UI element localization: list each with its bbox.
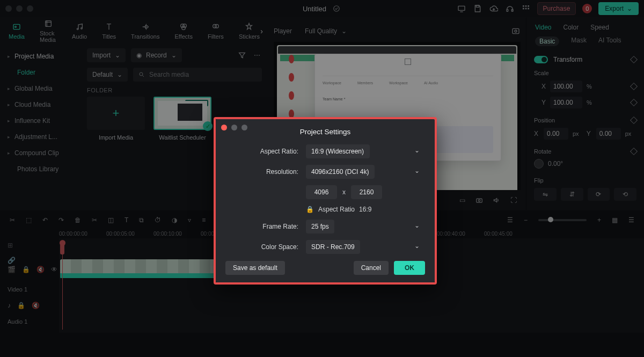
sidebar-adjustment-layer[interactable]: ▸Adjustment L... bbox=[2, 129, 78, 145]
display-toggle-icon[interactable]: ▭ bbox=[457, 195, 467, 205]
text-tool-icon[interactable]: T bbox=[125, 216, 128, 224]
record-dropdown[interactable]: ◉Record⌄ bbox=[131, 48, 182, 62]
select-tool-icon[interactable]: ✂ bbox=[10, 216, 15, 224]
import-dropdown[interactable]: Import⌄ bbox=[87, 48, 126, 62]
prop-sub-basic[interactable]: Basic bbox=[535, 37, 559, 46]
transform-toggle[interactable] bbox=[534, 56, 548, 63]
tab-titles[interactable]: Titles bbox=[102, 23, 116, 40]
ok-button[interactable]: OK bbox=[394, 261, 425, 275]
sidebar-global-media[interactable]: ▸Global Media bbox=[2, 81, 78, 97]
speed-icon[interactable]: ⏱ bbox=[155, 216, 161, 224]
width-input[interactable] bbox=[306, 185, 337, 199]
flip-h-button[interactable]: ⇋ bbox=[534, 188, 557, 201]
tab-filters[interactable]: Filters bbox=[208, 23, 224, 40]
headphones-icon[interactable] bbox=[505, 4, 515, 13]
tab-media[interactable]: Media bbox=[9, 23, 25, 40]
keyframe-diamond-icon[interactable] bbox=[630, 56, 638, 63]
sort-dropdown[interactable]: Default⌄ bbox=[87, 68, 128, 82]
volume-icon[interactable] bbox=[492, 195, 501, 205]
media-sidebar: ▸Project Media Folder ▸Global Media ▸Clo… bbox=[0, 45, 80, 210]
rotate-ccw-button[interactable]: ⟲ bbox=[614, 188, 636, 201]
delete-icon[interactable]: 🗑 bbox=[75, 216, 81, 224]
notification-badge[interactable]: 0 bbox=[582, 4, 592, 13]
sidebar-photos-library[interactable]: Photos Library bbox=[2, 161, 78, 177]
pointer-tool-icon[interactable]: ⬚ bbox=[26, 216, 32, 224]
tab-stock-media[interactable]: Stock Media bbox=[40, 19, 57, 43]
prop-tab-color[interactable]: Color bbox=[563, 24, 579, 31]
cancel-button[interactable]: Cancel bbox=[354, 261, 389, 275]
tab-effects[interactable]: Effects bbox=[174, 23, 192, 40]
prop-tab-speed[interactable]: Speed bbox=[590, 24, 609, 31]
lock-icon[interactable]: 🔒 bbox=[17, 302, 25, 309]
tab-audio[interactable]: Audio bbox=[72, 23, 87, 40]
flip-v-button[interactable]: ⇵ bbox=[561, 188, 583, 201]
zoom-in-icon[interactable]: + bbox=[597, 216, 601, 224]
height-input[interactable] bbox=[351, 185, 382, 199]
mute-icon[interactable]: 🔇 bbox=[36, 266, 45, 273]
display-icon[interactable] bbox=[457, 4, 466, 13]
svg-point-18 bbox=[182, 26, 186, 30]
tab-stickers[interactable]: Stickers bbox=[239, 23, 260, 40]
quality-dropdown[interactable]: Full Quality⌄ bbox=[305, 27, 347, 35]
window-traffic-lights[interactable] bbox=[5, 5, 33, 12]
tab-transitions[interactable]: Transitions bbox=[131, 23, 159, 40]
fullscreen-icon[interactable]: ⛶ bbox=[509, 195, 518, 205]
grid-view-icon[interactable]: ▦ bbox=[612, 216, 618, 224]
crop-icon[interactable]: ◫ bbox=[108, 216, 114, 224]
prop-sub-mask[interactable]: Mask bbox=[571, 37, 587, 46]
pos-y-input[interactable] bbox=[596, 128, 621, 140]
pos-x-input[interactable] bbox=[544, 128, 568, 140]
undo-icon[interactable]: ↶ bbox=[42, 216, 48, 224]
export-button[interactable]: Export ⌄ bbox=[598, 2, 639, 15]
color-space-select[interactable]: SDR - Rec.709 bbox=[306, 240, 360, 254]
lock-icon[interactable]: 🔒 bbox=[306, 206, 314, 213]
keyframe-diamond-icon[interactable] bbox=[630, 116, 638, 124]
more-icon[interactable]: ⋯ bbox=[252, 50, 262, 60]
keyframe-diamond-icon[interactable] bbox=[630, 148, 638, 155]
rotate-dial[interactable] bbox=[534, 159, 544, 169]
search-media-input[interactable]: Search media bbox=[133, 68, 262, 82]
split-icon[interactable]: ✂ bbox=[92, 216, 97, 224]
list-view-icon[interactable]: ☰ bbox=[628, 216, 634, 224]
sidebar-folder[interactable]: Folder bbox=[2, 64, 78, 81]
snapshot-icon[interactable] bbox=[511, 26, 521, 36]
zoom-slider[interactable] bbox=[538, 219, 587, 221]
cloud-upload-icon[interactable] bbox=[489, 4, 499, 13]
keyframe-diamond-icon[interactable] bbox=[630, 99, 638, 106]
title-bar: Untitled Purchase 0 Export ⌄ bbox=[0, 0, 644, 17]
save-default-button[interactable]: Save as default bbox=[225, 261, 285, 275]
prop-tab-video[interactable]: Video bbox=[535, 24, 551, 31]
track-icon[interactable]: ≡ bbox=[202, 216, 206, 224]
filter-icon[interactable] bbox=[237, 50, 247, 60]
tabs-scroll-right-icon[interactable]: › bbox=[260, 27, 263, 35]
lock-icon[interactable]: 🔒 bbox=[22, 266, 30, 273]
zoom-out-icon[interactable]: − bbox=[524, 216, 528, 224]
sidebar-cloud-media[interactable]: ▸Cloud Media bbox=[2, 97, 78, 113]
mute-icon[interactable]: 🔇 bbox=[32, 302, 40, 309]
grid-apps-icon[interactable] bbox=[521, 4, 531, 13]
rotate-cw-button[interactable]: ⟳ bbox=[588, 188, 610, 201]
scale-x-input[interactable] bbox=[550, 81, 582, 92]
redo-icon[interactable]: ↷ bbox=[58, 216, 64, 224]
visibility-icon[interactable]: 👁 bbox=[51, 266, 57, 273]
scale-y-input[interactable] bbox=[550, 97, 582, 108]
prop-sub-ai[interactable]: AI Tools bbox=[598, 37, 621, 46]
camera-icon[interactable] bbox=[474, 195, 484, 205]
frame-rate-select[interactable]: 25 fps bbox=[306, 220, 334, 234]
resolution-select[interactable]: 4096x2160 (DCI 4k) bbox=[306, 165, 375, 179]
purchase-button[interactable]: Purchase bbox=[537, 2, 576, 15]
copy-icon[interactable]: ⧉ bbox=[139, 216, 144, 224]
aspect-ratio-select[interactable]: 16:9 (Widescreen) bbox=[306, 144, 370, 158]
playhead[interactable] bbox=[62, 242, 63, 330]
import-media-tile[interactable]: + Import Media bbox=[87, 97, 145, 141]
keyframe-diamond-icon[interactable] bbox=[630, 83, 638, 90]
save-icon[interactable] bbox=[473, 4, 482, 13]
marker-icon[interactable]: ▿ bbox=[188, 216, 191, 224]
mixer-icon[interactable]: ☰ bbox=[507, 216, 513, 224]
sidebar-compound-clip[interactable]: ▸Compound Clip bbox=[2, 145, 78, 161]
sidebar-project-media[interactable]: ▸Project Media bbox=[2, 48, 78, 64]
media-clip-tile[interactable]: 00:00:21 ✓ Waitlist Scheduler bbox=[153, 97, 211, 141]
sidebar-influence-kit[interactable]: ▸Influence Kit bbox=[2, 113, 78, 129]
dialog-traffic-lights[interactable] bbox=[221, 125, 247, 130]
color-icon[interactable]: ◑ bbox=[172, 216, 177, 224]
